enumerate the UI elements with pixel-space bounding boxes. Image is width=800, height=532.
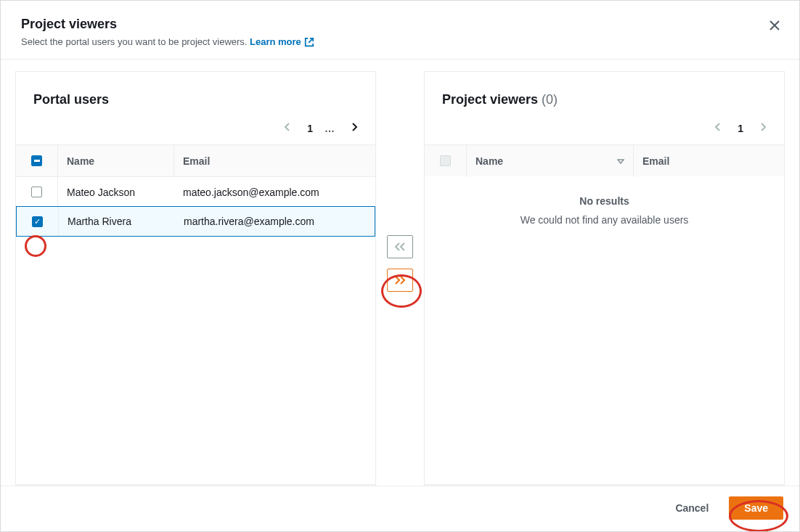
move-right-button[interactable] <box>387 269 413 292</box>
column-header-name[interactable]: Name <box>467 145 634 176</box>
close-icon <box>770 20 780 30</box>
project-viewers-panel: Project viewers (0) 1 Name Email No resu… <box>424 71 785 485</box>
next-page-button[interactable] <box>346 119 362 137</box>
next-page-button[interactable] <box>755 119 771 137</box>
dialog-footer: Cancel Save <box>1 486 799 531</box>
chevron-left-icon <box>284 122 291 132</box>
cell-name: Mateo Jackson <box>58 177 174 207</box>
learn-more-link[interactable]: Learn more <box>250 36 314 47</box>
transfer-buttons <box>376 71 424 485</box>
cell-email: martha.rivera@example.com <box>175 207 375 236</box>
select-all-checkbox[interactable] <box>31 155 42 166</box>
portal-users-title: Portal users <box>33 92 358 107</box>
dialog-header: Project viewers Select the portal users … <box>1 1 799 60</box>
chevron-left-icon <box>714 122 722 132</box>
project-viewers-title: Project viewers (0) <box>442 92 767 107</box>
subtitle-text: Select the portal users you want to be p… <box>21 36 250 47</box>
chevron-right-icon <box>351 122 358 132</box>
dialog-content: Portal users 1 … Name Email Mateo Jackso… <box>1 60 799 491</box>
external-link-icon <box>304 37 314 47</box>
page-number[interactable]: 1 <box>738 123 743 134</box>
dialog-subtitle: Select the portal users you want to be p… <box>21 36 779 47</box>
move-left-button[interactable] <box>387 235 413 258</box>
empty-message: We could not find any available users <box>425 214 784 226</box>
project-viewers-table-header: Name Email <box>425 144 784 176</box>
page-number[interactable]: 1 <box>307 123 313 134</box>
portal-users-table-header: Name Email <box>16 144 375 176</box>
save-button[interactable]: Save <box>729 496 783 520</box>
chevron-double-left-icon <box>393 242 407 252</box>
table-row[interactable]: Mateo Jackson mateo.jackson@example.com <box>16 176 375 207</box>
column-header-email[interactable]: Email <box>634 145 784 176</box>
chevron-double-right-icon <box>393 275 407 285</box>
sort-icon <box>617 157 624 165</box>
cancel-button[interactable]: Cancel <box>661 496 723 520</box>
column-header-name[interactable]: Name <box>58 145 174 176</box>
portal-users-pagination: 1 … <box>16 115 375 144</box>
project-viewers-pagination: 1 <box>425 115 784 144</box>
prev-page-button[interactable] <box>710 119 726 137</box>
cell-name: Martha Rivera <box>59 207 175 236</box>
empty-state: No results We could not find any availab… <box>425 176 784 245</box>
column-header-email[interactable]: Email <box>174 145 375 176</box>
dialog-title: Project viewers <box>21 17 779 32</box>
project-viewers-count: (0) <box>542 92 558 107</box>
page-ellipsis[interactable]: … <box>325 123 335 134</box>
prev-page-button[interactable] <box>279 119 295 137</box>
row-checkbox[interactable]: ✓ <box>32 216 43 227</box>
empty-title: No results <box>425 195 784 207</box>
cell-email: mateo.jackson@example.com <box>174 177 375 207</box>
select-all-checkbox <box>440 155 451 166</box>
table-row[interactable]: ✓ Martha Rivera martha.rivera@example.co… <box>16 206 375 237</box>
row-checkbox[interactable] <box>31 187 42 197</box>
close-dialog-button[interactable] <box>766 17 783 34</box>
portal-users-panel: Portal users 1 … Name Email Mateo Jackso… <box>15 71 376 485</box>
chevron-right-icon <box>759 122 767 132</box>
